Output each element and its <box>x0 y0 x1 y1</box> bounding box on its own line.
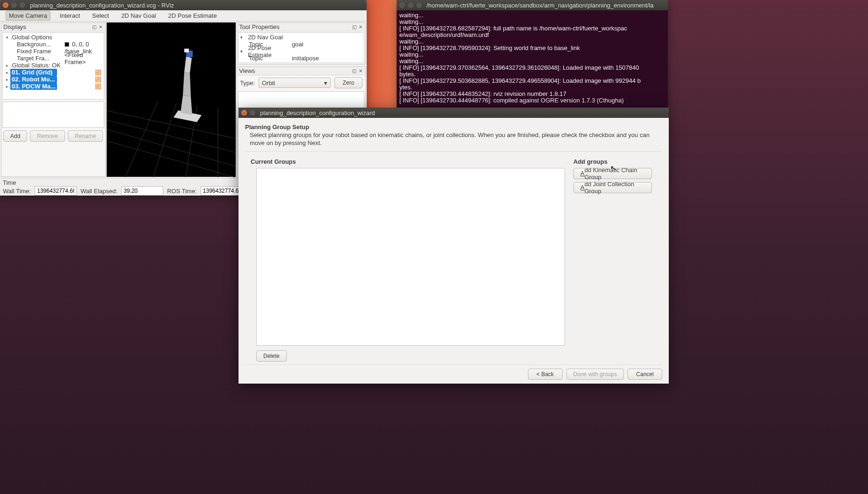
wizard-titlebar[interactable]: × planning_description_configuration_wiz… <box>239 108 669 118</box>
checkbox-icon[interactable]: ✓ <box>95 84 101 89</box>
3d-viewport[interactable] <box>107 22 236 177</box>
float-icon[interactable]: ◱ <box>351 68 357 74</box>
float-icon[interactable]: ◱ <box>91 24 97 30</box>
terminal-title: /home/wam-ctrl/fuerte_workspace/sandbox/… <box>427 2 654 9</box>
close-icon[interactable]: × <box>3 2 8 8</box>
maximize-icon[interactable] <box>20 2 25 8</box>
chevron-down-icon: ▾ <box>324 80 327 87</box>
display-item-grid[interactable]: 01. Grid (Grid) <box>10 69 57 76</box>
svg-line-4 <box>125 102 158 178</box>
svg-rect-13 <box>184 49 189 52</box>
color-swatch[interactable] <box>65 42 69 47</box>
type-label: Type: <box>240 80 255 87</box>
rviz-titlebar[interactable]: × planning_description_configuration_wiz… <box>0 0 367 10</box>
ros-time-field[interactable] <box>201 186 243 196</box>
display-item-pdcw[interactable]: 03. PDCW Ma... <box>10 83 57 90</box>
minimize-icon[interactable] <box>408 2 413 8</box>
close-panel-icon[interactable]: ✕ <box>98 24 103 30</box>
wizard-title: planning_description_configuration_wizar… <box>260 109 375 116</box>
close-panel-icon[interactable]: ✕ <box>358 68 363 74</box>
tool-interact[interactable]: Interact <box>57 11 83 20</box>
wizard-dialog: × planning_description_configuration_wiz… <box>239 108 669 384</box>
global-options[interactable]: .Global Options <box>10 34 52 41</box>
display-description <box>2 102 104 128</box>
wizard-heading: Planning Group Setup <box>245 124 662 131</box>
close-icon[interactable]: × <box>399 2 405 8</box>
terminal-window: × /home/wam-ctrl/fuerte_workspace/sandbo… <box>397 0 668 108</box>
terminal-output[interactable]: waiting... waiting... [ INFO] [139643272… <box>397 10 668 106</box>
terminal-titlebar[interactable]: × /home/wam-ctrl/fuerte_workspace/sandbo… <box>397 0 668 10</box>
done-with-groups-button: Done with groups <box>566 369 624 380</box>
float-icon[interactable]: ◱ <box>351 24 357 30</box>
tool-2d-nav-goal[interactable]: 2D Nav Goal <box>118 11 159 20</box>
rename-button: Rename <box>68 131 103 142</box>
robot-arm-model <box>171 45 204 124</box>
maximize-icon[interactable] <box>416 2 422 8</box>
rviz-toolbar: Move Camera Interact Select 2D Nav Goal … <box>0 10 367 22</box>
tool-select[interactable]: Select <box>89 11 112 20</box>
displays-header: Displays <box>3 23 26 30</box>
wizard-subtext: Select planning groups for your robot ba… <box>245 131 662 152</box>
add-groups-label: Add groups <box>573 158 662 165</box>
wall-elapsed-label: Wall Elapsed: <box>80 188 117 195</box>
add-button[interactable]: Add <box>3 131 27 142</box>
delete-button[interactable]: Delete <box>256 350 287 362</box>
tool-props-header: Tool Properties <box>239 23 280 30</box>
svg-line-3 <box>107 141 236 177</box>
views-header: Views <box>239 67 255 74</box>
tool-properties-panel: Tool Properties◱✕ ▾2D Nav Goal Topicgoal… <box>237 22 366 65</box>
displays-panel: Displays ◱✕ ▾.Global Options Backgroun..… <box>1 22 106 177</box>
current-groups-list[interactable] <box>256 168 565 346</box>
checkbox-icon[interactable]: ✓ <box>95 77 101 82</box>
remove-button: Remove <box>30 131 65 142</box>
close-icon[interactable]: × <box>241 110 247 116</box>
close-panel-icon[interactable]: ✕ <box>358 24 363 30</box>
zero-button[interactable]: Zero <box>334 77 362 88</box>
minimize-icon[interactable] <box>11 2 17 8</box>
tool-move-camera[interactable]: Move Camera <box>6 11 51 21</box>
wall-elapsed-field[interactable] <box>121 186 163 196</box>
wall-time-label: Wall Time: <box>3 188 31 195</box>
wall-time-field[interactable] <box>35 186 77 196</box>
displays-tree[interactable]: ▾.Global Options Backgroun...0, 0, 0 Fix… <box>2 32 104 100</box>
ros-time-label: ROS Time: <box>167 188 197 195</box>
checkbox-icon[interactable]: ✓ <box>95 70 101 75</box>
svg-marker-9 <box>181 95 192 115</box>
display-item-robot[interactable]: 02. Robot Mo... <box>10 76 57 83</box>
cancel-button[interactable]: Cancel <box>628 369 662 380</box>
global-status[interactable]: .Global Status: OK <box>10 62 61 69</box>
minimize-icon[interactable] <box>250 110 255 116</box>
current-groups-label: Current Groups <box>251 158 565 165</box>
tool-2d-pose-estimate[interactable]: 2D Pose Estimate <box>166 11 220 20</box>
svg-marker-10 <box>183 72 191 96</box>
view-type-dropdown[interactable]: Orbit▾ <box>259 78 331 88</box>
rviz-title: planning_description_configuration_wizar… <box>30 2 174 9</box>
svg-marker-11 <box>184 56 192 73</box>
add-joint-collection-button[interactable]: Add Joint Collection Group <box>573 182 652 193</box>
back-button[interactable]: < Back <box>528 369 563 380</box>
